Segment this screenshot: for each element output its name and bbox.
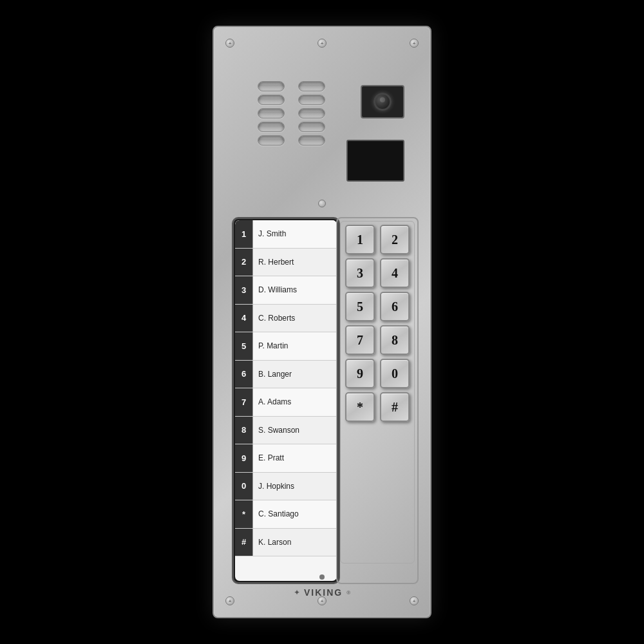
directory-row[interactable]: 0J. Hopkins: [235, 473, 337, 501]
directory-number: 2: [235, 249, 253, 276]
key-4[interactable]: 4: [380, 258, 410, 288]
key-3[interactable]: 3: [345, 258, 375, 288]
directory-resident-name: A. Adams: [253, 397, 291, 406]
screw-top-right: [410, 39, 419, 48]
camera-lens: [374, 93, 392, 111]
speaker-slot: [258, 135, 285, 146]
key-5[interactable]: 5: [345, 292, 375, 321]
screw-top-middle: [317, 39, 327, 48]
brand-area: ✦ VIKING ®: [294, 587, 350, 598]
directory-number: 5: [235, 332, 253, 360]
directory-row[interactable]: 8S. Swanson: [235, 417, 337, 445]
speaker-slot: [298, 95, 325, 105]
screw-bottom-right: [410, 596, 419, 605]
directory-row[interactable]: 3D. Williams: [235, 276, 337, 305]
key-2[interactable]: 2: [380, 225, 410, 254]
key-1[interactable]: 1: [345, 225, 375, 254]
directory-number: #: [235, 529, 253, 556]
directory-resident-name: K. Larson: [253, 538, 291, 547]
keypad-row: 34: [343, 258, 412, 288]
directory-row[interactable]: #K. Larson: [235, 529, 337, 557]
brand-star-icon: ✦: [294, 588, 300, 597]
directory-number: *: [235, 500, 253, 528]
key-9[interactable]: 9: [345, 359, 375, 388]
directory-number: 9: [235, 444, 253, 472]
screw-bottom-left: [225, 596, 234, 605]
directory-row[interactable]: 6B. Langer: [235, 361, 337, 389]
directory-resident-name: D. Williams: [253, 285, 297, 294]
directory-resident-name: C. Santiago: [253, 509, 299, 518]
directory-resident-name: P. Martin: [253, 341, 288, 350]
keypad-row: 78: [343, 325, 412, 355]
directory-row[interactable]: 4C. Roberts: [235, 305, 337, 333]
key-star[interactable]: *: [345, 392, 375, 422]
speaker-slot: [258, 81, 285, 91]
directory-row[interactable]: 9E. Pratt: [235, 444, 337, 473]
key-hash[interactable]: #: [380, 392, 410, 422]
brand-registered: ®: [346, 590, 350, 596]
bottom-dot-indicator: [319, 574, 325, 580]
speaker-slot: [258, 122, 285, 132]
intercom-panel: 1J. Smith2R. Herbert3D. Williams4C. Robe…: [213, 26, 431, 618]
keypad-row: 12: [343, 225, 412, 254]
directory-row[interactable]: 7A. Adams: [235, 388, 337, 417]
key-0[interactable]: 0: [380, 359, 410, 388]
speaker-col-right: [292, 81, 330, 160]
directory-number: 0: [235, 473, 253, 500]
keypad-row: 90: [343, 359, 412, 388]
directory-number: 6: [235, 361, 253, 388]
keypad-surround: 1234567890*#: [336, 217, 419, 584]
directory-row[interactable]: 1J. Smith: [235, 220, 337, 249]
brand-name: VIKING: [304, 587, 343, 598]
screw-bottom-middle: [317, 596, 327, 605]
speaker-slot: [298, 108, 325, 118]
directory-number: 3: [235, 276, 253, 304]
directory-resident-name: C. Roberts: [253, 314, 295, 323]
camera: [361, 85, 404, 118]
directory-resident-name: S. Swanson: [253, 426, 299, 435]
screw-top-left: [225, 39, 234, 48]
speaker-col-left: [252, 81, 290, 160]
key-8[interactable]: 8: [380, 325, 410, 355]
directory-row[interactable]: 2R. Herbert: [235, 249, 337, 277]
display-screen: [346, 140, 404, 182]
directory-number: 1: [235, 220, 253, 248]
speaker-grille: [249, 79, 333, 162]
directory-resident-name: B. Langer: [253, 370, 292, 379]
directory-row[interactable]: *C. Santiago: [235, 500, 337, 529]
speaker-slot: [298, 135, 325, 146]
directory-number: 7: [235, 388, 253, 416]
key-7[interactable]: 7: [345, 325, 375, 355]
directory-number: 8: [235, 417, 253, 444]
directory-resident-name: E. Pratt: [253, 453, 284, 462]
keypad-area: 1234567890*#: [336, 217, 419, 584]
keypad-row: 56: [343, 292, 412, 321]
directory-resident-name: J. Hopkins: [253, 482, 294, 491]
directory-panel: 1J. Smith2R. Herbert3D. Williams4C. Robe…: [232, 217, 340, 584]
directory-row[interactable]: 5P. Martin: [235, 332, 337, 361]
directory-number: 4: [235, 305, 253, 332]
directory-inner: 1J. Smith2R. Herbert3D. Williams4C. Robe…: [235, 220, 337, 581]
speaker-slot: [258, 108, 285, 118]
keypad-row: *#: [343, 392, 412, 422]
speaker-slot: [298, 122, 325, 132]
directory-resident-name: R. Herbert: [253, 258, 294, 267]
directory-resident-name: J. Smith: [253, 229, 286, 238]
key-6[interactable]: 6: [380, 292, 410, 321]
speaker-slot: [298, 81, 325, 91]
speaker-slot: [258, 95, 285, 105]
led-indicator: [318, 200, 326, 207]
